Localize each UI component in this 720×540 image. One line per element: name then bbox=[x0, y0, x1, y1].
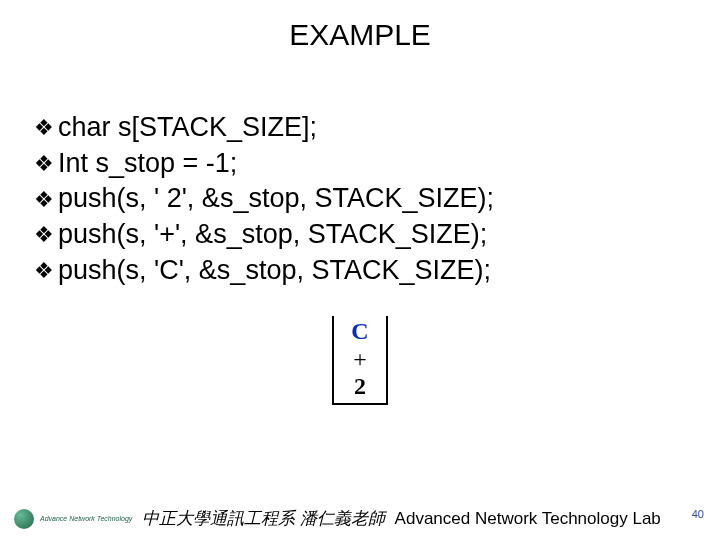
code-text: push(s, '+', &s_stop, STACK_SIZE); bbox=[58, 217, 487, 253]
code-text: push(s, 'C', &s_stop, STACK_SIZE); bbox=[58, 253, 491, 289]
code-text: push(s, ' 2', &s_stop, STACK_SIZE); bbox=[58, 181, 494, 217]
code-line-5: ❖ push(s, 'C', &s_stop, STACK_SIZE); bbox=[34, 253, 686, 289]
lab-logo-text: Advance Network Technology bbox=[40, 515, 132, 522]
lab-logo-icon bbox=[14, 509, 34, 529]
stack-cell-top: C bbox=[334, 318, 386, 346]
code-line-2: ❖ Int s_stop = -1; bbox=[34, 146, 686, 182]
footer-chinese: 中正大學通訊工程系 潘仁義老師 bbox=[142, 507, 384, 530]
diamond-bullet-icon: ❖ bbox=[34, 113, 54, 142]
slide-content: ❖ char s[STACK_SIZE]; ❖ Int s_stop = -1;… bbox=[0, 52, 720, 405]
diamond-bullet-icon: ❖ bbox=[34, 149, 54, 178]
code-line-4: ❖ push(s, '+', &s_stop, STACK_SIZE); bbox=[34, 217, 686, 253]
stack-cell-bot: 2 bbox=[334, 373, 386, 401]
code-text: Int s_stop = -1; bbox=[58, 146, 237, 182]
code-text: char s[STACK_SIZE]; bbox=[58, 110, 317, 146]
diamond-bullet-icon: ❖ bbox=[34, 220, 54, 249]
stack-diagram: C + 2 bbox=[332, 316, 388, 405]
page-number: 40 bbox=[692, 508, 704, 520]
slide-footer: Advance Network Technology 中正大學通訊工程系 潘仁義… bbox=[0, 507, 720, 530]
code-line-3: ❖ push(s, ' 2', &s_stop, STACK_SIZE); bbox=[34, 181, 686, 217]
stack-cell-mid: + bbox=[334, 346, 386, 374]
footer-english: Advanced Network Technology Lab bbox=[395, 509, 706, 529]
diamond-bullet-icon: ❖ bbox=[34, 185, 54, 214]
diamond-bullet-icon: ❖ bbox=[34, 256, 54, 285]
code-line-1: ❖ char s[STACK_SIZE]; bbox=[34, 110, 686, 146]
slide-title: EXAMPLE bbox=[0, 0, 720, 52]
